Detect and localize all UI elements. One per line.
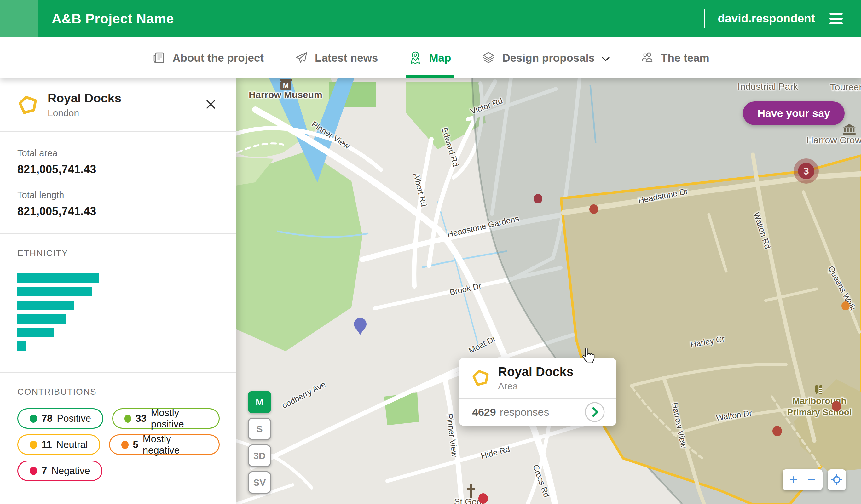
hamburger-menu-icon[interactable] (828, 11, 845, 26)
open-responses-button[interactable] (584, 402, 605, 422)
chevron-down-icon (602, 52, 610, 64)
have-your-say-button[interactable]: Have your say (743, 101, 845, 125)
nav-map[interactable]: Map (408, 37, 451, 79)
map-label: Harrow Crown (806, 135, 861, 145)
crown-court-icon (843, 123, 856, 136)
sentiment-dot-icon (30, 415, 37, 423)
map-type-button-s[interactable]: S (248, 418, 271, 440)
map-type-button-sv[interactable]: SV (248, 471, 271, 494)
ethnicity-bar (17, 314, 66, 323)
church-icon (466, 484, 477, 499)
svg-text:M: M (283, 82, 289, 90)
ethnicity-bar (17, 274, 99, 283)
contribution-pill-neutral[interactable]: 11Neutral (17, 434, 100, 455)
sentiment-dot-icon (30, 467, 37, 475)
newspaper-icon (152, 51, 166, 65)
map-label: Industrial Park (737, 81, 798, 92)
museum-icon: M (279, 79, 292, 92)
contribution-marker[interactable] (478, 493, 488, 504)
nav-the-team[interactable]: The team (640, 37, 709, 79)
map-type-button-m[interactable]: M (248, 391, 271, 413)
team-icon (640, 51, 655, 65)
school-icon (813, 384, 824, 396)
map-label: Primary School (787, 407, 851, 417)
header-divider (705, 9, 705, 28)
ethnicity-heading: ETHNICITY (17, 248, 220, 258)
map-label: Toureen (830, 82, 861, 93)
area-shape-icon (472, 369, 490, 387)
top-bar: A&B Project Name david.respondent About … (0, 0, 861, 79)
contribution-marker[interactable] (832, 401, 841, 411)
responses-label: responses (500, 406, 549, 418)
locate-me-button[interactable] (828, 470, 846, 490)
zoom-controls: + − (782, 470, 822, 490)
ethnicity-bar (17, 287, 92, 296)
sentiment-dot-icon (124, 415, 131, 423)
contribution-pill-mostly-positive[interactable]: 33Mostly positive (112, 408, 220, 429)
contribution-marker[interactable] (773, 426, 782, 436)
ethnicity-bar (17, 341, 26, 351)
contribution-pill-positive[interactable]: 78Positive (17, 408, 104, 429)
contributions-heading: CONTRIBUTIONS (17, 387, 220, 397)
total-length-label: Total length (17, 190, 220, 200)
map-pin-icon (408, 51, 423, 65)
responses-count: 4629 (472, 406, 496, 418)
area-popup: Royal Docks Area 4629 responses (459, 358, 616, 426)
map-canvas[interactable] (236, 79, 861, 504)
paper-plane-icon (294, 51, 309, 65)
nav-design-proposals[interactable]: Design proposals (481, 37, 610, 79)
zoom-in-button[interactable]: + (790, 473, 798, 487)
contribution-filters: 78Positive33Mostly positive11Neutral5Mos… (17, 408, 220, 481)
total-area-value: 821,005,741.43 (17, 163, 220, 176)
area-shape-icon (17, 95, 38, 115)
hand-cursor (580, 348, 595, 365)
nav-about-the-project[interactable]: About the project (152, 37, 264, 79)
map-type-controls: MS3DSV (248, 391, 271, 494)
sentiment-dot-icon (121, 441, 128, 449)
contribution-pill-mostly-negative[interactable]: 5Mostly negative (109, 434, 220, 455)
project-title: A&B Project Name (52, 11, 174, 26)
total-length-value: 821,005,741.43 (17, 205, 220, 218)
ethnicity-bar (17, 327, 54, 337)
total-area-label: Total area (17, 148, 220, 158)
username[interactable]: david.respondent (718, 12, 815, 25)
nav-latest-news[interactable]: Latest news (294, 37, 378, 79)
map-area[interactable]: Harrow MuseumPinner ViewVictor RdEdward … (236, 79, 861, 504)
app-header: A&B Project Name david.respondent (0, 0, 861, 37)
contribution-pill-negative[interactable]: 7Negative (17, 461, 102, 481)
contribution-marker[interactable] (842, 302, 850, 311)
popup-subtitle: Area (498, 381, 574, 392)
ethnicity-bar-chart (17, 274, 220, 351)
close-panel-button[interactable] (202, 96, 220, 114)
marker-cluster[interactable]: 3 (794, 158, 819, 184)
contribution-marker[interactable] (589, 205, 598, 214)
map-type-button-3d[interactable]: 3D (248, 445, 271, 467)
main-nav: About the project Latest news Map Desi (0, 37, 861, 79)
layers-icon (481, 51, 496, 65)
logo[interactable] (0, 0, 38, 37)
zoom-out-button[interactable]: − (807, 473, 816, 487)
shape-details-panel: Royal Docks London Total area 821,005,74… (0, 79, 236, 504)
shape-name: Royal Docks (47, 92, 121, 105)
contribution-marker[interactable] (534, 194, 542, 204)
popup-title: Royal Docks (498, 365, 574, 379)
location-pin-marker[interactable] (353, 317, 368, 337)
crosshair-icon (831, 474, 843, 486)
shape-location: London (47, 108, 121, 118)
sentiment-dot-icon (30, 441, 37, 449)
ethnicity-bar (17, 300, 74, 310)
